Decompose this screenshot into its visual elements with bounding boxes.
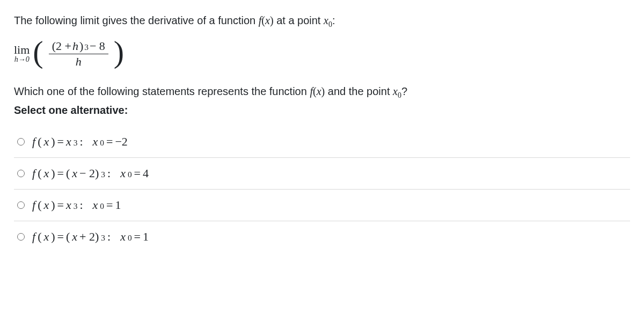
- radio-icon[interactable]: [17, 233, 25, 241]
- radio-icon[interactable]: [17, 201, 25, 209]
- option-3[interactable]: f(x) = x3 : x0 = 1: [14, 190, 630, 221]
- option-4-math: f(x) = (x + 2)3 : x0 = 1: [32, 230, 149, 244]
- question-prompt: The following limit gives the derivative…: [14, 13, 630, 30]
- radio-icon[interactable]: [17, 138, 25, 146]
- prompt-suffix: :: [332, 14, 335, 26]
- prompt-prefix: The following limit gives the derivative…: [14, 14, 259, 26]
- lim-subscript: h→0: [14, 56, 30, 64]
- followup-prompt: Which one of the following statements re…: [14, 83, 630, 101]
- followup-point: x0: [393, 85, 401, 97]
- denominator: h: [76, 54, 82, 68]
- prompt-middle: at a point: [276, 14, 324, 26]
- option-2[interactable]: f(x) = (x − 2)3 : x0 = 4: [14, 158, 630, 190]
- radio-icon[interactable]: [17, 170, 25, 177]
- select-instruction: Select one alternative:: [14, 104, 630, 117]
- prompt-fn: f(x): [259, 14, 274, 26]
- option-3-math: f(x) = x3 : x0 = 1: [32, 198, 121, 212]
- question-container: The following limit gives the derivative…: [0, 0, 644, 265]
- option-2-math: f(x) = (x − 2)3 : x0 = 4: [32, 166, 149, 180]
- prompt-point: x0: [324, 14, 332, 26]
- followup-prefix: Which one of the following statements re…: [14, 85, 310, 97]
- option-1-math: f(x) = x3 : x0 = −2: [32, 135, 128, 149]
- followup-fn: f(x): [310, 85, 325, 97]
- limit-expression: lim h→0 ( (2 + h)3 − 8 h ): [14, 40, 630, 68]
- fraction: (2 + h)3 − 8 h: [49, 40, 108, 68]
- option-4[interactable]: f(x) = (x + 2)3 : x0 = 1: [14, 221, 630, 252]
- numerator: (2 + h)3 − 8: [49, 40, 108, 54]
- lim-text: lim: [14, 43, 30, 56]
- followup-suffix: ?: [401, 85, 407, 97]
- limit-operator: lim h→0: [14, 43, 30, 64]
- options-group: f(x) = x3 : x0 = −2 f(x) = (x − 2)3 : x0…: [14, 126, 630, 252]
- followup-middle: and the point: [328, 85, 393, 97]
- option-1[interactable]: f(x) = x3 : x0 = −2: [14, 126, 630, 158]
